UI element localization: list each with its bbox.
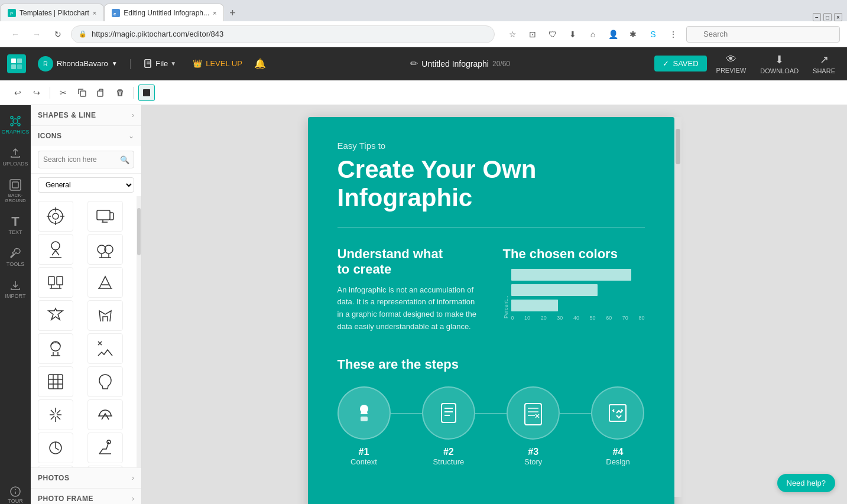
level-up-label: LEVEL UP <box>206 59 242 68</box>
icon-cell-6[interactable] <box>38 300 73 331</box>
photos-section-header[interactable]: PHOTOS › <box>31 467 141 488</box>
icons-section-header[interactable]: ICONS ⌄ <box>31 126 141 146</box>
cut-btn[interactable]: ✂ <box>55 84 72 101</box>
icon-cell-17[interactable] <box>87 466 123 467</box>
tour-btn[interactable]: TOUR <box>5 480 25 504</box>
uploads-icon <box>9 147 22 160</box>
icon-cell-11[interactable] <box>87 366 123 397</box>
icon-cell-15[interactable] <box>87 433 123 463</box>
undo-btn[interactable]: ↩ <box>9 84 26 101</box>
icon-cell-14[interactable] <box>38 433 73 463</box>
info-left-section: Understand whatto create An infographic … <box>337 246 479 333</box>
new-tab-btn[interactable]: + <box>224 5 241 21</box>
step-number-4: #4 <box>613 447 624 457</box>
canvas-scroll-thumb[interactable] <box>676 129 680 164</box>
delete-btn[interactable] <box>112 84 128 101</box>
tab-templates[interactable]: P Templates | Piktochart × <box>0 4 104 21</box>
share-btn[interactable]: ↗ SHARE <box>808 51 840 77</box>
photo-frame-section-header[interactable]: PHOTO FRAME › <box>31 488 141 504</box>
download-btn[interactable]: ⬇ DOWNLOAD <box>755 51 803 77</box>
doc-title[interactable]: Untitled Infographi <box>421 59 489 69</box>
paste-btn[interactable] <box>93 84 109 101</box>
back-btn[interactable]: ← <box>7 26 24 43</box>
close-window-btn[interactable]: × <box>834 13 842 21</box>
info-right-section: The chosen colors Percent... <box>503 246 645 333</box>
extension-icon[interactable]: ⊡ <box>524 26 541 43</box>
canvas-area[interactable]: Easy Tips to Create Your Own Infographic… <box>142 105 847 504</box>
toolbar-sep-1 <box>50 87 50 99</box>
minimize-btn[interactable]: − <box>813 13 821 21</box>
import-label: IMPORT <box>5 293 26 299</box>
element-active-btn[interactable] <box>138 84 155 101</box>
saved-btn[interactable]: ✓ SAVED <box>654 56 706 71</box>
copy-btn[interactable] <box>74 84 90 101</box>
profile-icon[interactable]: 👤 <box>605 26 621 43</box>
shapes-section-title: SHAPES & LINE <box>38 111 96 119</box>
axis-60: 60 <box>606 315 612 321</box>
lock-icon: 🔒 <box>79 30 87 38</box>
shield-icon[interactable]: 🛡 <box>544 26 561 43</box>
icon-cell-2[interactable] <box>38 234 73 265</box>
sidebar-item-graphics[interactable]: GRAPHICS <box>2 110 28 139</box>
text-icon: T <box>9 215 22 228</box>
home-icon[interactable]: ⌂ <box>585 26 601 43</box>
icon-cell-8[interactable] <box>38 333 73 364</box>
pencil-icon: ✏ <box>410 58 418 69</box>
icons-scrollbar[interactable] <box>137 196 141 467</box>
background-label: BACK-GROUND <box>5 193 26 203</box>
icon-cell-7[interactable] <box>87 300 123 331</box>
sidebar-item-uploads[interactable]: UPLOADS <box>2 142 28 171</box>
user-menu-btn[interactable]: R RhondaBavaro ▼ <box>33 54 122 74</box>
shapes-toggle-icon: › <box>132 111 134 119</box>
icon-cell-12[interactable] <box>38 399 73 430</box>
icon-cell-5[interactable] <box>87 267 123 298</box>
chart-bar-0 <box>511 269 631 281</box>
uploads-label: UPLOADS <box>3 161 28 167</box>
shapes-section-header[interactable]: SHAPES & LINE › <box>31 105 141 125</box>
icon-cell-10[interactable] <box>38 366 73 397</box>
download-browser-icon[interactable]: ⬇ <box>564 26 581 43</box>
level-up-btn[interactable]: 👑 LEVEL UP <box>188 57 247 70</box>
steps-title: These are the steps <box>337 357 645 372</box>
notification-btn[interactable]: 🔔 <box>254 58 266 69</box>
browser-search-input[interactable] <box>686 26 840 43</box>
infographic-canvas[interactable]: Easy Tips to Create Your Own Infographic… <box>308 117 674 504</box>
skype-icon[interactable]: S <box>645 26 661 43</box>
main-layout: GRAPHICS UPLOADS BACK-GROUND T TEXT <box>0 105 847 504</box>
file-menu-btn[interactable]: File ▼ <box>139 57 181 71</box>
url-bar[interactable]: 🔒 https://magic.piktochart.com/editor/84… <box>71 25 495 43</box>
tools-label: TOOLS <box>7 261 24 267</box>
sidebar-item-text[interactable]: T TEXT <box>2 210 28 240</box>
toolbar-sep-2 <box>133 87 134 99</box>
svg-point-23 <box>53 213 59 219</box>
sidebar-item-background[interactable]: BACK-GROUND <box>2 174 28 208</box>
axis-10: 10 <box>524 315 530 321</box>
search-icon: 🔍 <box>120 155 129 164</box>
tab-close-editor[interactable]: × <box>213 9 216 17</box>
help-btn[interactable]: Need help? <box>777 474 836 492</box>
chrome-icon[interactable]: ✱ <box>625 26 641 43</box>
maximize-btn[interactable]: □ <box>823 13 832 21</box>
bookmark-icon[interactable]: ☆ <box>504 26 521 43</box>
icon-cell-9[interactable] <box>87 333 123 364</box>
svg-point-16 <box>18 116 20 119</box>
forward-btn[interactable]: → <box>28 26 45 43</box>
tab-close-templates[interactable]: × <box>93 9 96 17</box>
app-logo <box>7 54 26 73</box>
preview-btn[interactable]: 👁 PREVIEW <box>712 51 751 76</box>
icon-cell-3[interactable] <box>87 234 123 265</box>
icons-scroll-thumb[interactable] <box>137 208 141 255</box>
icon-cell-4[interactable] <box>38 267 73 298</box>
redo-btn[interactable]: ↪ <box>28 84 45 101</box>
icon-cell-13[interactable] <box>87 399 123 430</box>
sidebar-item-import[interactable]: IMPORT <box>2 274 28 304</box>
tab-editor[interactable]: e Editing Untitled Infograph... × <box>104 4 224 21</box>
canvas-scrollbar[interactable] <box>674 117 682 497</box>
icon-cell-1[interactable] <box>87 201 123 232</box>
icon-cell-16[interactable] <box>38 466 73 467</box>
sidebar-item-tools[interactable]: TOOLS <box>2 242 28 272</box>
menu-icon[interactable]: ⋮ <box>665 26 682 43</box>
category-select[interactable]: General Business Travel Food Health Tech… <box>38 177 134 193</box>
icon-cell-0[interactable] <box>38 201 73 232</box>
reload-btn[interactable]: ↻ <box>50 26 66 43</box>
